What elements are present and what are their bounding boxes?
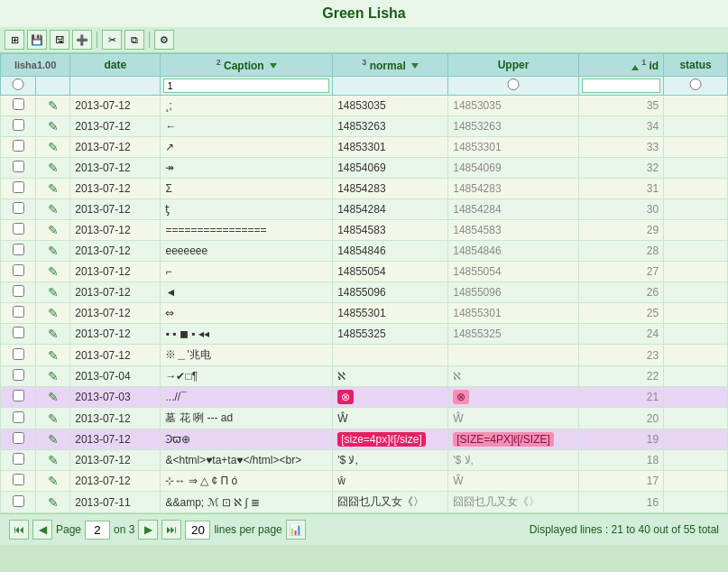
edit-cell[interactable]: ✎ (36, 241, 70, 262)
next-page-btn[interactable]: ▶ (138, 520, 158, 540)
status-cell (664, 324, 728, 345)
toolbar-copy-btn[interactable]: ⧉ (124, 30, 144, 50)
toolbar-refresh-btn[interactable]: ⚙ (154, 30, 174, 50)
edit-icon[interactable]: ✎ (48, 264, 59, 279)
edit-icon[interactable]: ✎ (48, 432, 59, 447)
edit-icon[interactable]: ✎ (48, 474, 59, 488)
edit-icon[interactable]: ✎ (48, 181, 59, 196)
edit-icon[interactable]: ✎ (48, 98, 59, 113)
col-header-upper[interactable]: Upper (448, 54, 579, 77)
row-checkbox[interactable] (13, 390, 24, 401)
pagination: ⏮ ◀ Page on 3 ▶ ⏭ lines per page 📊 (9, 520, 306, 540)
edit-cell[interactable]: ✎ (36, 408, 70, 429)
edit-cell[interactable]: ✎ (36, 137, 70, 158)
toolbar-grid-btn[interactable]: ⊞ (5, 30, 24, 50)
status-cell (664, 137, 728, 158)
col-header-date[interactable]: date (70, 54, 161, 77)
edit-cell[interactable]: ✎ (36, 303, 70, 324)
edit-cell[interactable]: ✎ (36, 429, 70, 450)
edit-cell[interactable]: ✎ (36, 116, 70, 137)
edit-icon[interactable]: ✎ (48, 369, 59, 383)
status-cell (664, 408, 728, 429)
edit-cell[interactable]: ✎ (36, 387, 70, 408)
row-checkbox[interactable] (13, 119, 24, 131)
export-btn[interactable]: 📊 (286, 520, 306, 540)
normal-cell: 14855096 (333, 282, 448, 303)
status-cell (664, 303, 728, 324)
row-checkbox[interactable] (13, 140, 24, 152)
edit-cell[interactable]: ✎ (36, 366, 70, 387)
row-checkbox[interactable] (13, 181, 24, 193)
row-checkbox[interactable] (13, 306, 24, 318)
id-cell: 24 (578, 324, 663, 345)
table-row: ✎2013-07-12⇔148553011485530125 (1, 303, 728, 324)
edit-cell[interactable]: ✎ (36, 492, 70, 513)
edit-cell[interactable]: ✎ (36, 282, 70, 303)
row-checkbox[interactable] (13, 369, 24, 381)
edit-cell[interactable]: ✎ (36, 345, 70, 366)
toolbar: ⊞ 💾 🖫 ➕ ✂ ⧉ ⚙ (0, 27, 728, 53)
toolbar-save-btn[interactable]: 💾 (27, 30, 47, 50)
edit-icon[interactable]: ✎ (48, 244, 59, 258)
last-page-btn[interactable]: ⏭ (161, 520, 181, 540)
row-checkbox[interactable] (13, 264, 24, 276)
normal-cell: ŵ (333, 471, 448, 492)
col-header-normal[interactable]: 3 normal (333, 54, 448, 77)
edit-cell[interactable]: ✎ (36, 220, 70, 241)
row-checkbox[interactable] (13, 495, 24, 507)
edit-icon[interactable]: ✎ (48, 495, 59, 510)
edit-cell[interactable]: ✎ (36, 96, 70, 116)
col-header-lisha: lisha1.00 (1, 54, 70, 77)
id-filter-input[interactable] (582, 78, 660, 93)
col-header-id[interactable]: 1 id (578, 54, 663, 77)
filter-radio-upper[interactable] (451, 78, 576, 90)
prev-page-btn[interactable]: ◀ (32, 520, 52, 540)
edit-cell[interactable]: ✎ (36, 324, 70, 345)
row-checkbox[interactable] (13, 244, 24, 255)
row-checkbox[interactable] (13, 411, 24, 423)
edit-icon[interactable]: ✎ (48, 306, 59, 320)
row-checkbox[interactable] (13, 202, 24, 214)
caption-filter-input[interactable] (163, 78, 329, 93)
edit-icon[interactable]: ✎ (48, 390, 59, 404)
status-cell (664, 471, 728, 492)
edit-cell[interactable]: ✎ (36, 471, 70, 492)
filter-radio-check[interactable] (4, 78, 32, 90)
row-checkbox[interactable] (13, 348, 24, 360)
edit-cell[interactable]: ✎ (36, 450, 70, 471)
caption-cell: &&amp; ℳ ⊡ ℵ ∫ ≣ (161, 492, 333, 513)
toolbar-cut-btn[interactable]: ✂ (102, 30, 122, 50)
edit-icon[interactable]: ✎ (48, 161, 59, 175)
edit-icon[interactable]: ✎ (48, 327, 59, 341)
edit-icon[interactable]: ✎ (48, 411, 59, 426)
row-checkbox[interactable] (13, 285, 24, 297)
edit-icon[interactable]: ✎ (48, 348, 59, 363)
edit-cell[interactable]: ✎ (36, 262, 70, 282)
per-page-input[interactable] (185, 521, 210, 540)
row-checkbox[interactable] (13, 474, 24, 485)
row-checkbox[interactable] (13, 161, 24, 172)
row-checkbox[interactable] (13, 432, 24, 444)
row-checkbox[interactable] (13, 453, 24, 465)
edit-cell[interactable]: ✎ (36, 199, 70, 220)
edit-icon[interactable]: ✎ (48, 119, 59, 134)
page-input[interactable] (85, 521, 110, 540)
col-header-caption[interactable]: 2 Caption (161, 54, 333, 77)
edit-cell[interactable]: ✎ (36, 179, 70, 199)
edit-icon[interactable]: ✎ (48, 285, 59, 300)
edit-icon[interactable]: ✎ (48, 202, 59, 217)
normal-cell: 14854583 (333, 220, 448, 241)
table-row: ✎2013-07-12⌐148550541485505427 (1, 262, 728, 282)
row-checkbox[interactable] (13, 327, 24, 338)
edit-icon[interactable]: ✎ (48, 140, 59, 154)
edit-icon[interactable]: ✎ (48, 453, 59, 467)
row-checkbox[interactable] (13, 98, 24, 110)
toolbar-save2-btn[interactable]: 🖫 (50, 30, 69, 50)
col-header-status[interactable]: status (664, 54, 728, 77)
toolbar-add-btn[interactable]: ➕ (72, 30, 92, 50)
edit-cell[interactable]: ✎ (36, 158, 70, 179)
edit-icon[interactable]: ✎ (48, 223, 59, 237)
filter-radio-status[interactable] (667, 78, 724, 90)
row-checkbox[interactable] (13, 223, 24, 235)
first-page-btn[interactable]: ⏮ (9, 520, 29, 540)
